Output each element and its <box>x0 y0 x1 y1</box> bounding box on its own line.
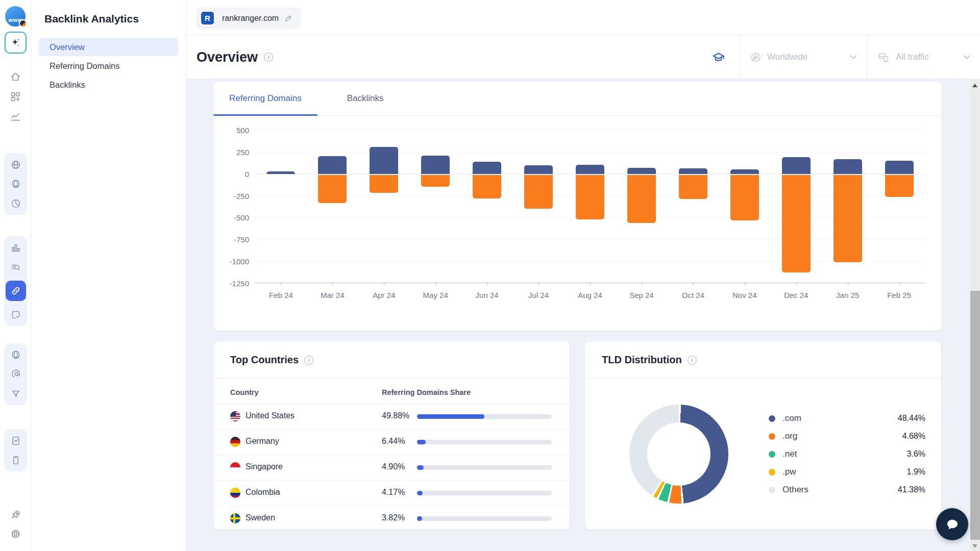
x-tick-label: Nov 24 <box>732 291 757 299</box>
legend-row-net: .net 3.6% <box>769 448 925 460</box>
legend-row-org: .org 4.68% <box>769 430 925 442</box>
tld-title: TLD Distribution <box>602 354 682 366</box>
legend-label: .com <box>782 413 801 423</box>
domain-topbar: R rankranger.com <box>186 0 980 36</box>
all-traffic-icon <box>877 51 890 64</box>
apps-grid-icon[interactable] <box>9 90 22 103</box>
user-avatar[interactable]: www <box>5 6 26 27</box>
x-tick-label: Jan 25 <box>836 291 859 299</box>
keyword-overview-icon[interactable] <box>10 242 21 254</box>
sidebar-item-referring-domains[interactable]: Referring Domains <box>39 57 178 75</box>
country-name: Colombia <box>246 488 280 497</box>
share-bar <box>417 516 552 521</box>
ai-assistant-icon[interactable] <box>5 32 27 54</box>
tool-sidebar: Backlink Analytics Overview Referring Do… <box>31 0 186 551</box>
legend-row-others: Others 41.38% <box>769 484 925 496</box>
referring-domains-bar-chart <box>255 130 925 283</box>
y-tick-label: 0 <box>245 169 249 178</box>
chart-y-axis: 5002500-250-500-750-1000-1250 <box>213 130 249 283</box>
traffic-dropdown[interactable]: All traffic <box>867 36 980 79</box>
legend-value: 3.6% <box>907 449 925 459</box>
x-tick-label: Jun 24 <box>476 291 499 299</box>
chat-widget-button[interactable] <box>936 508 968 540</box>
content-area: Referring Domains Backlinks 5002500-250-… <box>186 80 980 551</box>
sidebar-item-overview[interactable]: Overview <box>39 38 178 56</box>
keyword-magic-icon[interactable] <box>10 368 21 380</box>
report-icon[interactable] <box>10 435 21 446</box>
location-value: Worldwide <box>767 52 807 62</box>
chat-bubble-icon <box>945 517 960 532</box>
site-audit-icon[interactable] <box>10 309 21 320</box>
country-name: Sweden <box>246 513 275 522</box>
edit-pencil-icon[interactable] <box>284 14 293 22</box>
tld-info-icon[interactable]: i <box>688 356 697 365</box>
y-tick-label: 250 <box>236 147 249 156</box>
legend-value: 48.44% <box>898 414 925 423</box>
sidebar-item-backlinks[interactable]: Backlinks <box>39 76 178 94</box>
x-tick-label: May 24 <box>423 291 448 299</box>
legend-dot <box>769 415 775 422</box>
market-explorer-icon[interactable] <box>10 197 21 209</box>
trends-icon[interactable] <box>9 110 22 123</box>
scrollbar-down-arrow[interactable] <box>972 544 977 548</box>
page-title: Overview <box>197 49 258 65</box>
lost-domains-bar <box>730 175 759 221</box>
chart-x-axis: Feb 24Mar 24Apr 24May 24Jun 24Jul 24Aug … <box>255 291 925 301</box>
tab-referring-domains[interactable]: Referring Domains <box>213 82 317 115</box>
x-tick-label: Feb 25 <box>887 291 911 299</box>
new-domains-bar <box>627 168 656 174</box>
country-share: 4.90% <box>382 462 405 471</box>
filter-icon[interactable] <box>10 388 21 399</box>
legend-label: .org <box>782 431 797 441</box>
rail-group-reports <box>4 429 27 471</box>
country-row-colombia: Colombia 4.17% <box>213 480 570 506</box>
country-name: Germany <box>246 437 279 446</box>
y-tick-label: -500 <box>234 213 249 222</box>
scrollbar-up-arrow[interactable] <box>972 84 977 87</box>
y-tick-label: -1000 <box>230 257 249 266</box>
home-icon[interactable] <box>9 70 22 83</box>
education-cap-icon[interactable] <box>712 51 725 64</box>
domain-overview-icon[interactable] <box>10 159 21 170</box>
chart-tabs: Referring Domains Backlinks <box>213 82 942 116</box>
y-tick-label: -750 <box>234 235 249 244</box>
y-tick-label: -1250 <box>230 279 249 288</box>
new-domains-bar <box>318 156 347 173</box>
lost-domains-bar <box>885 175 914 197</box>
country-row-united-states: United States 49.88% <box>213 404 570 429</box>
location-dropdown[interactable]: Worldwide <box>739 36 867 79</box>
tab-backlinks[interactable]: Backlinks <box>331 82 400 115</box>
rail-group-market <box>4 153 27 215</box>
overview-info-icon[interactable]: i <box>264 53 273 62</box>
legend-label: Others <box>782 485 808 495</box>
lost-domains-bar <box>782 175 811 273</box>
lost-domains-bar <box>421 175 450 187</box>
rail-group-advertising <box>4 343 27 405</box>
country-share: 4.17% <box>382 488 405 497</box>
top-countries-info-icon[interactable]: i <box>304 356 313 365</box>
share-bar <box>417 465 552 470</box>
avatar-status-badge <box>19 19 27 28</box>
worldwide-globe-icon <box>750 52 762 63</box>
upgrade-rocket-icon[interactable] <box>9 508 22 521</box>
backlink-analytics-icon[interactable] <box>6 281 26 301</box>
new-domains-bar <box>730 169 759 174</box>
domain-name: rankranger.com <box>222 14 279 23</box>
scrollbar-thumb[interactable] <box>970 291 980 540</box>
legend-dot <box>769 451 775 458</box>
traffic-analytics-icon[interactable] <box>10 178 21 190</box>
sidebar-nav: Overview Referring Domains Backlinks <box>31 38 186 94</box>
page-scrollbar[interactable] <box>970 80 980 551</box>
mobile-icon[interactable] <box>10 454 21 466</box>
legend-label: .pw <box>782 467 796 477</box>
top-countries-card: Top Countries i Country Referring Domain… <box>213 341 570 530</box>
settings-gear-icon[interactable] <box>9 528 22 540</box>
legend-value: 41.38% <box>898 485 925 494</box>
web-analytics-icon[interactable] <box>10 349 21 361</box>
organic-research-icon[interactable] <box>10 261 21 273</box>
y-tick-label: -250 <box>234 191 249 200</box>
y-tick-label: 500 <box>236 126 249 135</box>
country-share: 3.82% <box>382 513 405 522</box>
share-bar <box>417 491 552 495</box>
domain-selector[interactable]: R rankranger.com <box>197 7 301 29</box>
